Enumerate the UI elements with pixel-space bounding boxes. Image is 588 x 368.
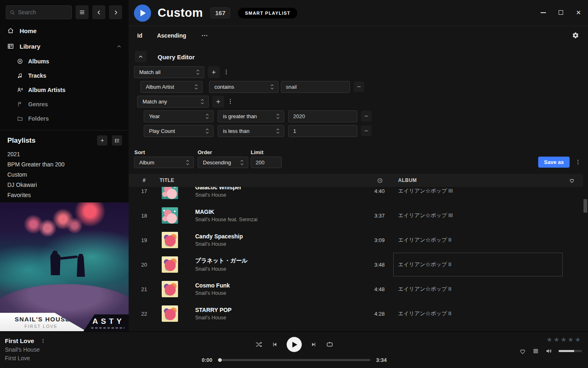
limit-input[interactable] bbox=[251, 157, 282, 168]
settings-button[interactable] bbox=[572, 32, 579, 39]
track-title: Galactic Whisper bbox=[195, 187, 356, 191]
add-condition-button[interactable] bbox=[208, 66, 220, 78]
condition-operator-select[interactable]: is less than bbox=[218, 125, 284, 137]
search-field[interactable] bbox=[18, 9, 68, 16]
column-header-duration[interactable] bbox=[377, 177, 385, 184]
chevron-right-icon bbox=[113, 9, 119, 16]
minimize-button[interactable] bbox=[541, 12, 546, 13]
select-arrows-icon bbox=[205, 113, 209, 119]
sidebar-item-tracks[interactable]: Tracks bbox=[17, 68, 129, 83]
sort-select[interactable]: Album bbox=[134, 157, 194, 168]
scrollbar-thumb[interactable] bbox=[584, 199, 587, 213]
volume-icon[interactable] bbox=[545, 347, 553, 355]
column-header-album[interactable]: ALBUM bbox=[385, 177, 560, 183]
seek-bar[interactable] bbox=[218, 359, 370, 361]
album-art-figure bbox=[50, 251, 60, 275]
playlist-item[interactable]: DJ Okawari bbox=[7, 180, 122, 190]
album-art-thumbnail bbox=[162, 187, 178, 199]
rating-stars[interactable]: ★★★★★ bbox=[546, 337, 582, 343]
track-album: エイリアン☆ポップ III bbox=[385, 203, 560, 228]
table-row[interactable]: 20 プラネット・ガール Snail's House 3:48 エイリアン☆ポッ… bbox=[129, 252, 583, 277]
favorite-heart-icon[interactable] bbox=[519, 348, 526, 355]
shuffle-icon[interactable] bbox=[255, 341, 263, 348]
play-playlist-button[interactable] bbox=[134, 4, 151, 22]
minimize-icon bbox=[541, 12, 546, 13]
sidebar-item-folders[interactable]: Folders bbox=[17, 111, 129, 126]
record-label-subtext bbox=[91, 327, 125, 329]
condition-operator-value: contains bbox=[214, 84, 270, 90]
table-row[interactable]: 18 MAGIK Snail's House feat. Sennzai 3:3… bbox=[129, 203, 583, 228]
add-playlist-button[interactable] bbox=[97, 135, 107, 146]
maximize-button[interactable] bbox=[559, 10, 563, 15]
condition-value-input[interactable] bbox=[288, 125, 357, 137]
chevron-up-icon[interactable] bbox=[116, 44, 122, 49]
remove-condition-button[interactable] bbox=[361, 126, 372, 136]
playlist-item[interactable]: Favorites bbox=[7, 190, 122, 200]
volume-slider[interactable] bbox=[559, 350, 582, 352]
playlist-item[interactable]: 2021 bbox=[7, 149, 122, 159]
more-options-icon[interactable] bbox=[201, 32, 208, 39]
sidebar-item-label: Library bbox=[20, 43, 40, 50]
total-time: 3:34 bbox=[376, 357, 387, 363]
next-track-icon[interactable] bbox=[310, 341, 317, 348]
playlist-item[interactable]: BPM Greater than 200 bbox=[7, 159, 122, 170]
sidebar-item-label: Album Artists bbox=[28, 87, 65, 93]
remove-condition-button[interactable] bbox=[354, 81, 364, 92]
sidebar-item-album-artists[interactable]: Album Artists bbox=[17, 83, 129, 97]
sidebar-item-genres[interactable]: Genres bbox=[17, 97, 129, 111]
order-select[interactable]: Descending bbox=[198, 157, 248, 168]
condition-operator-select[interactable]: is greater than bbox=[218, 110, 284, 122]
match-type-select[interactable]: Match any bbox=[137, 96, 209, 108]
close-button[interactable]: ✕ bbox=[576, 9, 581, 16]
table-row[interactable]: 19 Candy Spaceship Snail's House 3:09 エイ… bbox=[129, 228, 583, 252]
table-row[interactable]: 22 STARRY POP Snail's House 4:28 エイリアン☆ポ… bbox=[129, 301, 583, 326]
queue-icon[interactable] bbox=[532, 348, 539, 355]
previous-track-icon[interactable] bbox=[271, 341, 278, 348]
playlist-list-button[interactable] bbox=[112, 135, 122, 146]
playlist-item[interactable]: Custom bbox=[7, 170, 122, 180]
heart-icon bbox=[569, 177, 575, 184]
save-as-button[interactable]: Save as bbox=[538, 157, 570, 168]
condition-field-select[interactable]: Year bbox=[144, 110, 214, 122]
album-art-thumbnail bbox=[162, 281, 178, 297]
track-artist: Snail's House feat. Sennzai bbox=[195, 217, 356, 222]
forward-button[interactable] bbox=[109, 5, 122, 19]
sort-field-button[interactable]: Id bbox=[137, 32, 142, 39]
condition-field-select[interactable]: Album Artist bbox=[140, 81, 203, 93]
now-playing-artist: Snail's House bbox=[5, 346, 46, 353]
sidebar-item-library[interactable]: Library bbox=[0, 38, 129, 54]
group-menu-button[interactable] bbox=[223, 69, 229, 75]
add-condition-button[interactable] bbox=[212, 96, 224, 108]
select-arrows-icon bbox=[186, 159, 189, 166]
column-header-favorite[interactable] bbox=[569, 177, 575, 184]
repeat-icon[interactable] bbox=[326, 341, 334, 348]
select-arrows-icon bbox=[200, 99, 204, 105]
track-album-focused-cell[interactable]: エイリアン☆ポップ II bbox=[385, 252, 560, 277]
condition-operator-select[interactable]: contains bbox=[209, 81, 278, 93]
condition-value-input[interactable] bbox=[281, 81, 350, 93]
seek-handle[interactable] bbox=[218, 358, 222, 362]
column-header-number[interactable]: # bbox=[143, 177, 145, 183]
plus-icon bbox=[100, 138, 105, 143]
plus-icon bbox=[215, 99, 221, 105]
sidebar-item-home[interactable]: Home bbox=[0, 23, 129, 38]
table-row[interactable]: 21 Cosmo Funk Snail's House 4:48 エイリアン☆ポ… bbox=[129, 277, 583, 301]
remove-condition-button[interactable] bbox=[361, 111, 372, 121]
group-menu-button[interactable] bbox=[227, 98, 234, 105]
menu-button[interactable] bbox=[76, 5, 89, 19]
select-arrows-icon bbox=[276, 128, 280, 134]
play-pause-button[interactable] bbox=[287, 337, 302, 352]
back-button[interactable] bbox=[92, 5, 105, 19]
kebab-icon[interactable] bbox=[40, 338, 46, 343]
collapse-query-editor-button[interactable] bbox=[135, 51, 147, 62]
save-menu-button[interactable] bbox=[573, 157, 583, 168]
sidebar-item-albums[interactable]: Albums bbox=[17, 54, 129, 68]
column-header-title[interactable]: TITLE bbox=[160, 177, 356, 183]
sort-direction-button[interactable]: Ascending bbox=[157, 32, 186, 39]
condition-value-input[interactable] bbox=[288, 110, 357, 122]
match-type-select[interactable]: Match all bbox=[134, 66, 204, 78]
search-input[interactable] bbox=[6, 5, 72, 19]
condition-field-select[interactable]: Play Count bbox=[144, 125, 214, 137]
table-row[interactable]: 17 Galactic Whisper Snail's House 4:40 エ… bbox=[129, 187, 583, 203]
playback-controls bbox=[203, 337, 385, 352]
